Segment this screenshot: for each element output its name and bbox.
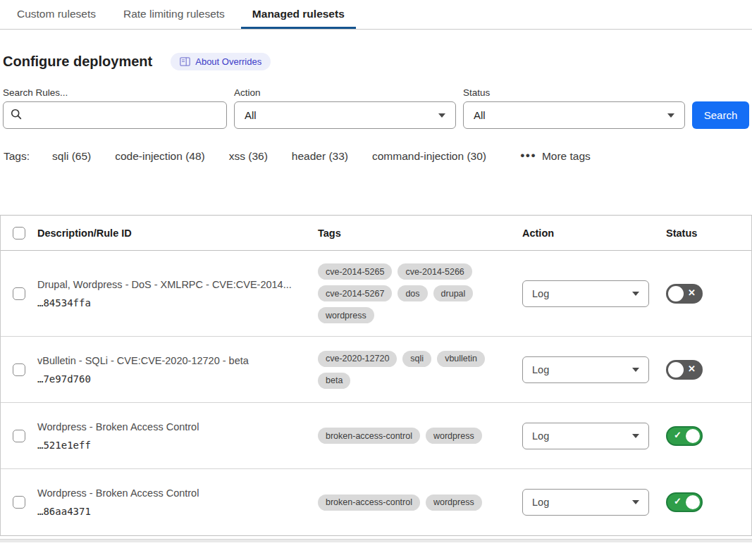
tag-badge: broken-access-control: [318, 494, 420, 511]
row-checkbox[interactable]: [13, 287, 25, 300]
rule-tags-cell: cve-2020-12720sqlivbulletinbeta: [318, 351, 522, 389]
rule-tags-cell: broken-access-controlwordpress: [318, 428, 522, 444]
select-all-checkbox[interactable]: [13, 227, 25, 239]
row-checkbox[interactable]: [13, 496, 25, 509]
status-toggle[interactable]: ✓ ✕: [666, 360, 703, 380]
status-filter-field: Status All: [463, 87, 685, 129]
action-dropdown-value: Log: [532, 288, 549, 299]
tag-badge: broken-access-control: [318, 428, 420, 444]
ellipsis-icon: ●●●: [520, 151, 536, 159]
tag-badge: cve-2014-5265: [318, 263, 392, 280]
tags-bar-label: Tags:: [4, 150, 30, 163]
x-icon: ✕: [688, 363, 696, 374]
table-body: Drupal, Wordpress - DoS - XMLRPC - CVE:C…: [1, 251, 751, 535]
toggle-knob: [686, 495, 700, 509]
tag-filter-link[interactable]: command-injection (30): [372, 150, 486, 162]
check-icon: ✓: [674, 430, 682, 440]
table-footer-strip: [0, 539, 752, 542]
rule-tags-cell: cve-2014-5265cve-2014-5266cve-2014-5267d…: [318, 263, 522, 323]
search-input[interactable]: [27, 109, 219, 121]
rule-description: vBulletin - SQLi - CVE:CVE-2020-12720 - …: [37, 355, 308, 366]
check-icon: ✓: [674, 496, 682, 506]
rule-description: Wordpress - Broken Access Control: [37, 487, 308, 499]
search-button[interactable]: Search: [692, 101, 749, 129]
tabs-bar: Custom rulesetsRate limiting rulesetsMan…: [0, 0, 752, 30]
rules-table: Description/Rule ID Tags Action Status D…: [0, 215, 752, 536]
tag-filter-link[interactable]: code-injection (48): [115, 150, 205, 162]
tag-links-container: sqli (65)code-injection (48)xss (36)head…: [52, 150, 510, 163]
book-open-icon: [180, 57, 190, 66]
action-dropdown[interactable]: Log: [522, 489, 649, 516]
action-filter-field: Action All: [234, 87, 456, 129]
tag-filter-link[interactable]: xss (36): [229, 150, 268, 162]
chevron-down-icon: [438, 113, 445, 118]
table-row: Drupal, Wordpress - DoS - XMLRPC - CVE:C…: [1, 251, 751, 337]
rule-id: …84534ffa: [37, 297, 308, 309]
search-input-box[interactable]: [3, 101, 227, 129]
rule-id: …86aa4371: [37, 506, 308, 517]
status-filter-value: All: [474, 109, 486, 121]
status-toggle[interactable]: ✓ ✕: [666, 284, 703, 304]
rule-description-cell: Wordpress - Broken Access Control …521e1…: [37, 421, 318, 451]
row-checkbox[interactable]: [13, 363, 25, 376]
tag-badge: drupal: [433, 285, 474, 301]
rule-description: Wordpress - Broken Access Control: [37, 421, 308, 433]
rule-description-cell: Wordpress - Broken Access Control …86aa4…: [37, 487, 318, 517]
search-icon: [11, 108, 22, 123]
action-dropdown-value: Log: [532, 430, 549, 442]
rule-description: Drupal, Wordpress - DoS - XMLRPC - CVE:C…: [37, 279, 308, 290]
tag-filter-link[interactable]: header (33): [292, 150, 348, 162]
table-row: Wordpress - Broken Access Control …86aa4…: [1, 469, 751, 535]
row-checkbox[interactable]: [13, 430, 25, 442]
action-dropdown[interactable]: Log: [522, 356, 649, 383]
about-overrides-label: About Overrides: [195, 56, 261, 67]
tag-badge: wordpress: [318, 307, 374, 323]
tag-badge: wordpress: [426, 428, 482, 444]
heading-row: Configure deployment About Overrides: [3, 53, 752, 70]
table-header-row: Description/Rule ID Tags Action Status: [1, 216, 751, 251]
x-icon: ✕: [688, 287, 696, 298]
rule-tags-cell: broken-access-controlwordpress: [318, 494, 522, 511]
filters-row: Search Rules... Action All Status All Se…: [3, 87, 749, 129]
chevron-down-icon: [632, 434, 639, 438]
tag-badge: cve-2014-5266: [397, 263, 471, 280]
more-tags-label: More tags: [542, 150, 591, 163]
rule-description-cell: vBulletin - SQLi - CVE:CVE-2020-12720 - …: [37, 355, 318, 385]
rule-id: …7e97d760: [37, 373, 308, 385]
tag-badge: sqli: [402, 351, 431, 367]
tag-badge: vbulletin: [437, 351, 485, 367]
column-header-action: Action: [522, 228, 666, 239]
action-dropdown-value: Log: [532, 364, 549, 375]
action-filter-label: Action: [234, 87, 456, 98]
page-title: Configure deployment: [3, 54, 152, 70]
status-filter-label: Status: [463, 87, 685, 98]
action-dropdown[interactable]: Log: [522, 280, 649, 307]
chevron-down-icon: [632, 368, 639, 372]
column-header-status: Status: [666, 228, 751, 239]
table-row: Wordpress - Broken Access Control …521e1…: [1, 403, 751, 469]
toggle-knob: [668, 362, 684, 378]
tab-managed-rulesets[interactable]: Managed rulesets: [241, 0, 356, 29]
column-header-description: Description/Rule ID: [37, 228, 318, 239]
action-dropdown-value: Log: [532, 497, 549, 508]
action-dropdown[interactable]: Log: [522, 423, 649, 449]
tags-bar: Tags: sqli (65)code-injection (48)xss (3…: [4, 150, 752, 163]
tab-custom-rulesets[interactable]: Custom rulesets: [6, 0, 107, 29]
action-filter-value: All: [245, 109, 257, 121]
about-overrides-link[interactable]: About Overrides: [171, 53, 271, 70]
tag-filter-link[interactable]: sqli (65): [52, 150, 91, 162]
tag-badge: wordpress: [426, 494, 482, 511]
action-filter-select[interactable]: All: [234, 101, 456, 129]
tab-rate-limiting-rulesets[interactable]: Rate limiting rulesets: [112, 0, 236, 29]
status-toggle[interactable]: ✓ ✕: [666, 426, 703, 446]
status-filter-select[interactable]: All: [463, 101, 685, 129]
chevron-down-icon: [632, 292, 639, 296]
tag-badge: dos: [397, 285, 427, 301]
tag-badge: cve-2014-5267: [318, 285, 392, 301]
chevron-down-icon: [667, 113, 674, 118]
column-header-tags: Tags: [318, 228, 522, 239]
more-tags-button[interactable]: ●●● More tags: [520, 150, 591, 163]
search-label: Search Rules...: [3, 87, 227, 98]
status-toggle[interactable]: ✓ ✕: [666, 492, 703, 512]
chevron-down-icon: [632, 500, 639, 504]
